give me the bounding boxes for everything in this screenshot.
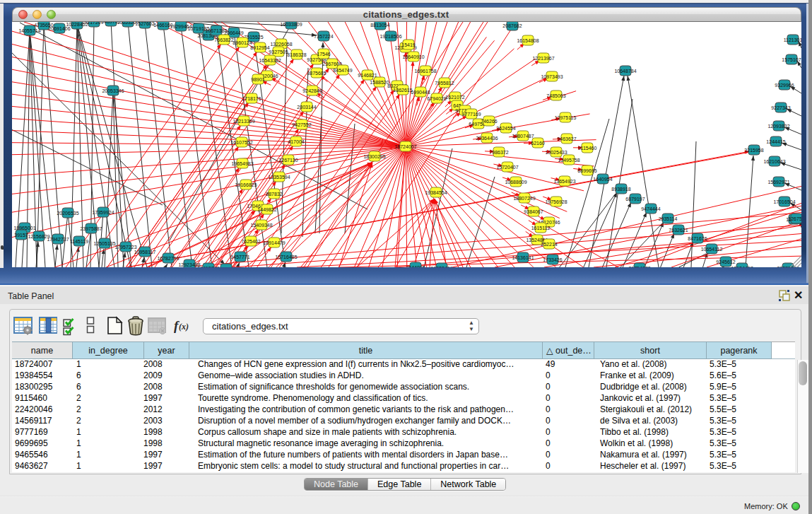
svg-text:20691406: 20691406: [48, 26, 70, 31]
svg-text:39157: 39157: [14, 233, 28, 238]
svg-text:(x): (x): [179, 322, 189, 332]
svg-text:18300295: 18300295: [363, 154, 385, 159]
svg-text:10025433: 10025433: [545, 150, 567, 155]
svg-text:20364436: 20364436: [476, 136, 498, 141]
svg-text:20053346: 20053346: [102, 88, 124, 93]
svg-text:10688609: 10688609: [505, 180, 526, 185]
svg-text:10654112: 10654112: [701, 247, 723, 252]
svg-text:12213369: 12213369: [233, 119, 254, 124]
svg-text:13226058: 13226058: [270, 42, 292, 47]
svg-text:3644095: 3644095: [406, 265, 425, 268]
svg-text:2718176: 2718176: [242, 96, 261, 101]
svg-text:15720407: 15720407: [496, 165, 518, 170]
svg-text:10973493: 10973493: [541, 74, 563, 79]
svg-text:12213967: 12213967: [532, 56, 554, 61]
svg-text:887832: 887832: [266, 192, 282, 197]
svg-text:2935114: 2935114: [659, 216, 678, 221]
svg-text:13134457: 13134457: [731, 266, 753, 268]
svg-text:7955812: 7955812: [435, 81, 454, 86]
svg-text:9457771: 9457771: [230, 255, 249, 259]
svg-text:17957223: 17957223: [114, 245, 136, 250]
svg-text:6990448: 6990448: [411, 90, 430, 95]
svg-text:1121301: 1121301: [784, 37, 801, 42]
svg-text:15409348: 15409348: [250, 223, 272, 228]
svg-text:15419: 15419: [401, 42, 416, 47]
svg-text:17546: 17546: [317, 52, 331, 57]
svg-text:16961758: 16961758: [414, 69, 436, 74]
svg-text:9777169: 9777169: [461, 112, 481, 117]
svg-text:9427552: 9427552: [292, 122, 311, 127]
svg-text:7625402: 7625402: [241, 239, 260, 244]
svg-text:23975887: 23975887: [80, 226, 102, 231]
svg-text:17359924: 17359924: [92, 210, 114, 215]
svg-text:19218506: 19218506: [379, 34, 401, 39]
svg-text:9329966: 9329966: [775, 83, 794, 88]
svg-text:2087682: 2087682: [502, 23, 522, 28]
svg-text:9327505: 9327505: [269, 49, 288, 54]
svg-text:7632621: 7632621: [669, 228, 688, 233]
svg-text:1362615: 1362615: [393, 88, 412, 93]
svg-text:2066449: 2066449: [224, 30, 243, 35]
svg-text:8471676: 8471676: [688, 236, 707, 241]
svg-text:15692971: 15692971: [767, 180, 789, 185]
svg-text:9463627: 9463627: [557, 136, 576, 141]
svg-text:20372723: 20372723: [777, 266, 799, 268]
svg-text:16107552: 16107552: [230, 140, 252, 145]
svg-text:18724007: 18724007: [394, 144, 416, 149]
svg-text:16914479: 16914479: [263, 240, 285, 245]
svg-text:9115460: 9115460: [578, 146, 597, 151]
svg-text:62160: 62160: [531, 141, 545, 146]
svg-text:13495758: 13495758: [558, 158, 579, 163]
svg-text:1640954: 1640954: [593, 177, 612, 182]
svg-text:16640910: 16640910: [402, 54, 424, 59]
svg-text:7485063: 7485063: [546, 93, 565, 98]
svg-text:9242848: 9242848: [302, 88, 322, 93]
svg-text:3624554: 3624554: [496, 126, 515, 131]
svg-text:1145119: 1145119: [70, 239, 88, 244]
svg-text:1575107: 1575107: [782, 57, 801, 62]
svg-text:12975115: 12975115: [555, 115, 577, 120]
svg-text:417004: 417004: [288, 139, 304, 144]
svg-text:8960124: 8960124: [233, 40, 252, 45]
svg-text:98901: 98901: [251, 77, 265, 82]
svg-text:3215958: 3215958: [744, 148, 763, 153]
svg-text:18807249: 18807249: [513, 196, 535, 201]
svg-text:19166825: 19166825: [235, 182, 257, 187]
svg-text:18992829: 18992829: [215, 267, 237, 268]
svg-text:16033809: 16033809: [280, 22, 302, 27]
svg-text:1588520: 1588520: [370, 80, 389, 85]
svg-text:9474444: 9474444: [641, 206, 660, 211]
svg-text:15716485: 15716485: [275, 255, 297, 259]
svg-text:9245612: 9245612: [716, 259, 735, 264]
svg-text:746266: 746266: [481, 119, 497, 124]
svg-text:21754078: 21754078: [628, 266, 650, 268]
svg-text:3267130: 3267130: [278, 158, 298, 163]
svg-text:1733426: 1733426: [543, 257, 562, 262]
svg-text:19384554: 19384554: [425, 190, 447, 195]
svg-text:17942737: 17942737: [47, 237, 69, 242]
svg-text:1244415: 1244415: [766, 139, 785, 144]
svg-text:3875685: 3875685: [307, 71, 326, 76]
svg-text:6899695: 6899695: [577, 168, 596, 173]
svg-text:18965001: 18965001: [13, 226, 35, 230]
svg-text:19654983: 19654983: [231, 161, 253, 166]
svg-text:9227343: 9227343: [771, 105, 790, 110]
svg-text:8186328: 8186328: [287, 52, 306, 57]
svg-text:13654923: 13654923: [553, 179, 575, 184]
svg-text:8454749: 8454749: [333, 68, 352, 73]
svg-text:9384067: 9384067: [524, 209, 543, 214]
svg-text:126753: 126753: [788, 216, 801, 221]
svg-text:14055714: 14055714: [18, 28, 40, 33]
svg-text:8813054: 8813054: [370, 23, 389, 28]
svg-text:16210643: 16210643: [763, 159, 785, 164]
svg-text:16782759: 16782759: [157, 256, 179, 261]
svg-text:1621072: 1621072: [445, 95, 464, 100]
svg-text:8912954: 8912954: [250, 45, 269, 50]
svg-text:12505135: 12505135: [93, 241, 115, 246]
svg-text:10807487: 10807487: [512, 134, 534, 139]
svg-text:252214: 252214: [541, 242, 557, 247]
svg-text:6879197: 6879197: [625, 197, 645, 201]
svg-text:10958117: 10958117: [134, 250, 156, 255]
svg-text:19756928: 19756928: [545, 199, 567, 204]
svg-text:6794028: 6794028: [427, 96, 446, 101]
